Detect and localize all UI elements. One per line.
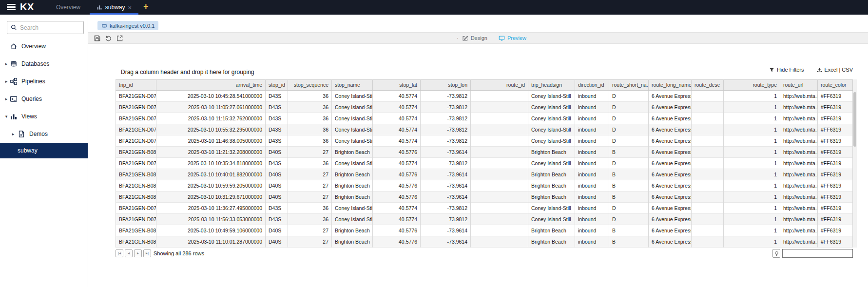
cell-route_type[interactable]: 1 — [724, 91, 780, 102]
cell-stop_sequence[interactable]: 36 — [288, 102, 332, 113]
cell-route_type[interactable]: 1 — [724, 169, 780, 180]
column-header-stop_id[interactable]: stop_id — [266, 80, 288, 90]
cell-stop_lat[interactable]: 40.5776 — [373, 180, 421, 191]
cell-stop_id[interactable]: D43S — [266, 113, 288, 124]
cell-trip_headsign[interactable]: Brighton Beach — [528, 191, 575, 203]
cell-route_url[interactable]: http://web.mta.in — [780, 158, 818, 169]
cell-route_color[interactable]: #FF6319 — [818, 180, 853, 191]
cell-route_desc[interactable] — [692, 180, 724, 191]
cell-stop_id[interactable]: D40S — [266, 147, 288, 158]
undo-icon[interactable] — [105, 35, 112, 42]
caret-right-icon[interactable]: ▸ — [4, 96, 9, 101]
cell-route_url[interactable]: http://web.mta.in — [780, 180, 818, 191]
cell-stop_lat[interactable]: 40.5774 — [373, 203, 421, 214]
cell-route_desc[interactable] — [692, 102, 724, 113]
add-tab-button[interactable]: + — [143, 1, 149, 12]
export-icon[interactable] — [116, 35, 123, 42]
cell-arrival_time[interactable]: 2025-03-10 11:10:01.287000000 — [156, 236, 266, 248]
cell-route_id[interactable] — [471, 236, 528, 248]
sidebar-item-queries[interactable]: ▸ Queries — [0, 90, 88, 108]
cell-route_long_name[interactable]: 6 Avenue Express — [649, 158, 692, 169]
cell-route_id[interactable] — [471, 124, 528, 135]
sidebar-item-overview[interactable]: Overview — [0, 38, 88, 55]
cell-route_short_name[interactable]: D — [609, 135, 649, 147]
cell-stop_lon[interactable]: -73.9812 — [421, 124, 471, 135]
column-header-stop_lat[interactable]: stop_lat — [373, 80, 421, 90]
cell-route_short_name[interactable]: D — [609, 158, 649, 169]
cell-stop_id[interactable]: D43S — [266, 158, 288, 169]
table-row[interactable]: BFA21GEN-B083-2025-03-10 10:31:29.671000… — [116, 191, 854, 203]
cell-stop_lon[interactable]: -73.9812 — [421, 214, 471, 225]
cell-route_long_name[interactable]: 6 Avenue Express — [649, 113, 692, 124]
cell-route_color[interactable]: #FF6319 — [818, 236, 853, 248]
cell-route_url[interactable]: http://web.mta.in — [780, 191, 818, 203]
sidebar-item-views[interactable]: ▾ Views — [0, 108, 88, 125]
previous-page-button[interactable]: ◂ — [125, 249, 133, 257]
cell-route_desc[interactable] — [692, 113, 724, 124]
cell-stop_lon[interactable]: -73.9614 — [421, 169, 471, 180]
cell-stop_id[interactable]: D40S — [266, 180, 288, 191]
column-header-stop_lon[interactable]: stop_lon — [421, 80, 471, 90]
column-header-route_color[interactable]: route_color — [818, 80, 853, 90]
cell-arrival_time[interactable]: 2025-03-10 11:05:27.061000000 — [156, 102, 266, 113]
cell-route_desc[interactable] — [692, 169, 724, 180]
cell-route_id[interactable] — [471, 203, 528, 214]
cell-route_url[interactable]: http://web.mta.in — [780, 113, 818, 124]
cell-stop_id[interactable]: D43S — [266, 203, 288, 214]
cell-stop_id[interactable]: D43S — [266, 214, 288, 225]
cell-route_color[interactable]: #FF6319 — [818, 147, 853, 158]
cell-stop_name[interactable]: Brighton Beach — [332, 169, 373, 180]
cell-route_color[interactable]: #FF6319 — [818, 113, 853, 124]
cell-route_id[interactable] — [471, 135, 528, 147]
cell-trip_id[interactable]: BFA21GEN-D078 — [116, 91, 156, 102]
cell-stop_sequence[interactable]: 27 — [288, 169, 332, 180]
cell-arrival_time[interactable]: 2025-03-10 10:59:59.205000000 — [156, 180, 266, 191]
cell-arrival_time[interactable]: 2025-03-10 11:56:33.053000000 — [156, 214, 266, 225]
cell-trip_headsign[interactable]: Coney Island-Still — [528, 135, 575, 147]
cell-direction_id[interactable]: inbound — [575, 214, 609, 225]
cell-trip_id[interactable]: BFA21GEN-D078 — [116, 135, 156, 147]
cell-route_long_name[interactable]: 6 Avenue Express — [649, 191, 692, 203]
save-icon[interactable] — [94, 35, 101, 42]
cell-route_url[interactable]: http://web.mta.in — [780, 169, 818, 180]
cell-route_desc[interactable] — [692, 124, 724, 135]
cell-route_color[interactable]: #FF6319 — [818, 203, 853, 214]
cell-trip_headsign[interactable]: Coney Island-Still — [528, 158, 575, 169]
cell-route_short_name[interactable]: D — [609, 124, 649, 135]
cell-route_desc[interactable] — [692, 91, 724, 102]
cell-arrival_time[interactable]: 2025-03-10 10:49:59.106000000 — [156, 225, 266, 236]
cell-stop_lat[interactable]: 40.5774 — [373, 158, 421, 169]
cell-trip_id[interactable]: BFA21GEN-D078 — [116, 102, 156, 113]
cell-stop_sequence[interactable]: 27 — [288, 191, 332, 203]
cell-stop_lat[interactable]: 40.5776 — [373, 191, 421, 203]
cell-route_color[interactable]: #FF6319 — [818, 158, 853, 169]
cell-route_color[interactable]: #FF6319 — [818, 102, 853, 113]
cell-stop_lon[interactable]: -73.9812 — [421, 135, 471, 147]
cell-route_type[interactable]: 1 — [724, 135, 780, 147]
cell-route_desc[interactable] — [692, 214, 724, 225]
cell-trip_headsign[interactable]: Brighton Beach — [528, 236, 575, 248]
column-header-trip_headsign[interactable]: trip_headsign — [528, 80, 575, 90]
cell-stop_lon[interactable]: -73.9812 — [421, 203, 471, 214]
caret-right-icon[interactable]: ▸ — [4, 79, 9, 84]
cell-stop_sequence[interactable]: 27 — [288, 147, 332, 158]
design-mode-button[interactable]: Design — [462, 35, 487, 41]
cell-route_long_name[interactable]: 6 Avenue Express — [649, 91, 692, 102]
cell-route_url[interactable]: http://web.mta.in — [780, 203, 818, 214]
table-row[interactable]: BFA21GEN-B083-2025-03-10 10:49:59.106000… — [116, 225, 854, 236]
cell-route_short_name[interactable]: B — [609, 225, 649, 236]
cell-stop_sequence[interactable]: 36 — [288, 203, 332, 214]
next-page-button[interactable]: ▸ — [134, 249, 142, 257]
cell-stop_lat[interactable]: 40.5774 — [373, 135, 421, 147]
cell-route_short_name[interactable]: B — [609, 147, 649, 158]
cell-route_short_name[interactable]: D — [609, 214, 649, 225]
cell-route_type[interactable]: 1 — [724, 180, 780, 191]
lightbulb-button[interactable] — [772, 249, 780, 258]
column-header-route_short_name[interactable]: route_short_na... — [609, 80, 649, 90]
cell-trip_id[interactable]: BFA21GEN-D078 — [116, 113, 156, 124]
cell-trip_headsign[interactable]: Coney Island-Still — [528, 203, 575, 214]
cell-stop_lon[interactable]: -73.9812 — [421, 91, 471, 102]
cell-trip_id[interactable]: BFA21GEN-D078 — [116, 214, 156, 225]
caret-down-icon[interactable]: ▾ — [4, 114, 9, 119]
cell-stop_name[interactable]: Brighton Beach — [332, 236, 373, 248]
